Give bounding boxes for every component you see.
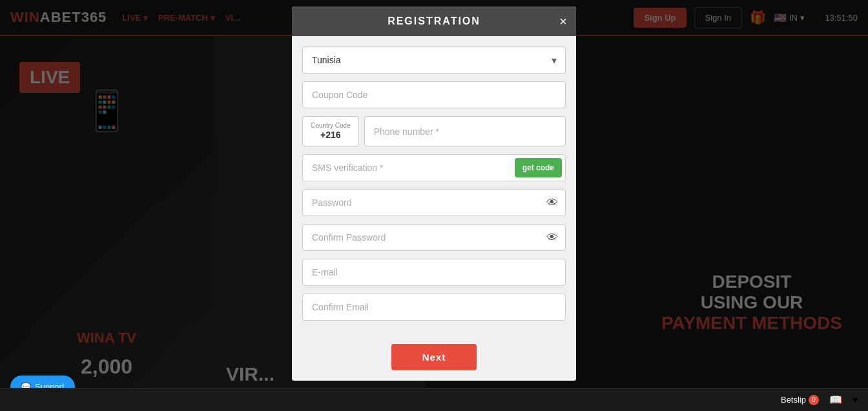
confirm-password-group: 👁 — [302, 224, 566, 251]
bottom-bar: Betslip 0 📖 ▾ — [0, 388, 868, 411]
book-icon[interactable]: 📖 — [829, 394, 842, 406]
betslip-count-badge: 0 — [809, 395, 819, 405]
country-code-value: +216 — [320, 130, 341, 140]
phone-input[interactable] — [364, 116, 566, 146]
modal-header: REGISTRATION × — [292, 6, 576, 36]
country-group: Tunisia Algeria Morocco Egypt Libya — [302, 46, 566, 74]
sms-group: get code — [302, 154, 566, 181]
email-input[interactable] — [302, 259, 566, 286]
country-select-wrapper: Tunisia Algeria Morocco Egypt Libya — [302, 46, 566, 74]
country-code-label: Country Code — [311, 122, 351, 129]
betslip-button[interactable]: Betslip 0 — [781, 395, 819, 405]
country-select[interactable]: Tunisia Algeria Morocco Egypt Libya — [302, 46, 566, 74]
confirm-email-group — [302, 294, 566, 321]
confirm-email-input[interactable] — [302, 294, 566, 321]
password-input[interactable] — [302, 189, 566, 216]
modal-title: REGISTRATION — [388, 15, 480, 26]
registration-modal: REGISTRATION × Tunisia Algeria Morocco E… — [292, 6, 576, 381]
get-code-button[interactable]: get code — [515, 158, 562, 177]
modal-overlay: REGISTRATION × Tunisia Algeria Morocco E… — [0, 0, 868, 411]
country-code-box: Country Code +216 — [302, 116, 359, 146]
next-button[interactable]: Next — [391, 344, 477, 370]
password-group: 👁 — [302, 189, 566, 216]
coupon-code-input[interactable] — [302, 81, 566, 108]
betslip-label: Betslip — [781, 395, 806, 405]
phone-group: Country Code +216 — [302, 116, 566, 146]
confirm-password-eye-icon[interactable]: 👁 — [546, 231, 558, 245]
coupon-group — [302, 81, 566, 108]
confirm-password-input[interactable] — [302, 224, 566, 251]
modal-close-button[interactable]: × — [559, 15, 567, 28]
password-eye-icon[interactable]: 👁 — [546, 196, 558, 210]
chevron-down-icon[interactable]: ▾ — [852, 394, 858, 406]
modal-footer: Next — [292, 336, 576, 381]
modal-body: Tunisia Algeria Morocco Egypt Libya Coun… — [292, 36, 576, 336]
email-group — [302, 259, 566, 286]
